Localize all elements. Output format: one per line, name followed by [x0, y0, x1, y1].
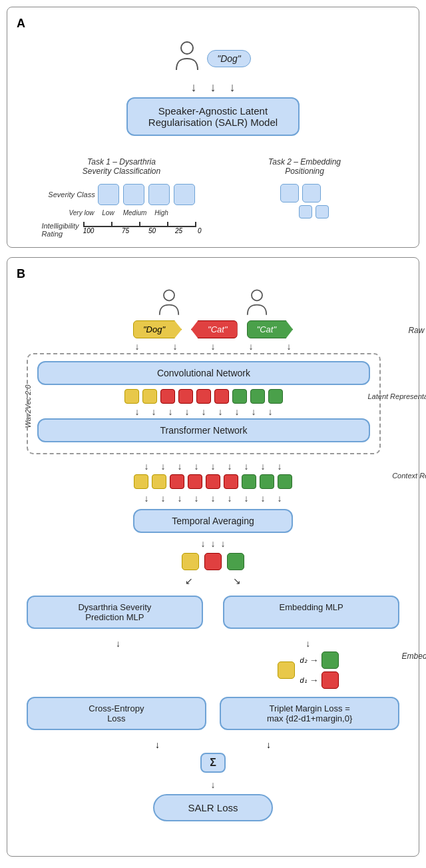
intell-label: Intelligibility Rating — [41, 222, 79, 238]
embed-row2 — [280, 205, 329, 218]
lat-sq-r1 — [160, 389, 175, 404]
emb-box-2 — [302, 184, 321, 203]
embed-sq-red — [321, 671, 339, 689]
cat-red-waveform: "Cat" — [191, 320, 237, 338]
d2-label: d₂ — [300, 656, 307, 665]
embeddings-label: Embeddings — [402, 651, 426, 661]
sigma-box: Σ — [200, 753, 226, 773]
person-b2 — [246, 289, 268, 318]
lat-sq-r3 — [196, 389, 211, 404]
arrows-from-temporal: ↓↓↓ — [201, 538, 226, 549]
lat-sq-g1 — [232, 389, 247, 404]
person-b1 — [158, 289, 180, 318]
ctx-sq-r3 — [206, 474, 220, 489]
sev-label-vlow: Very low — [69, 209, 95, 217]
arrows-latent-to-transformer: ↓↓↓↓↓↓↓↓↓ — [37, 406, 370, 417]
task2-column: Task 2 – Embedding Positioning — [213, 148, 396, 238]
sev-box-3 — [148, 184, 170, 205]
salr-loss-box: SALR Loss — [153, 794, 272, 821]
severity-level-labels: Very low Low Medium High — [69, 209, 174, 217]
transformer-network-box: Transformer Network — [37, 418, 370, 442]
embeddings-diagram: ↓ d₂ → d₁ — [216, 638, 399, 689]
sev-label-med: Medium — [122, 209, 148, 217]
context-row: ↓↓↓↓↓↓↓↓↓ Context Representations — [27, 460, 400, 492]
branch-boxes-row: Dysarthria Severity Prediction MLP Embed… — [27, 596, 400, 629]
svg-point-1 — [164, 290, 174, 300]
section-b-content: "Dog" "Cat" "Cat" Raw Waveform ↓ ↓ ↓ ↓ ↓… — [17, 285, 409, 821]
task2-label: Task 2 – Embedding Positioning — [268, 148, 341, 176]
lat-sq-r2 — [178, 389, 193, 404]
context-squares — [27, 474, 400, 489]
lat-sq-y1 — [124, 389, 139, 404]
lat-sq-g3 — [268, 389, 283, 404]
nl-0: 0 — [192, 227, 202, 234]
branch-arrows: ↙ ↘ — [185, 576, 241, 586]
ctx-sq-g1 — [242, 474, 256, 489]
latent-squares — [37, 389, 370, 404]
out-sq-red — [204, 553, 222, 570]
lat-sq-g2 — [250, 389, 265, 404]
task1-column: Task 1 – Dysarthria Severity Classificat… — [30, 148, 213, 238]
loss-row: Cross-Entropy Loss Triplet Margin Loss =… — [27, 697, 400, 730]
sev-box-2 — [123, 184, 144, 205]
ctx-sq-y1 — [134, 474, 148, 489]
severity-boxes — [98, 184, 195, 205]
d-arrows: d₂ → d₁ → — [300, 651, 339, 689]
section-a-label: A — [17, 17, 409, 31]
out-sq-yellow — [182, 553, 199, 570]
section-a-diagram: A "Dog" ↓ ↓ ↓ Speaker-Agnostic Latent Re… — [7, 7, 419, 248]
nl-50: 50 — [139, 227, 166, 234]
embeddings-visual-row: ↓ ↓ d₂ → — [27, 638, 400, 689]
dysarthria-mlp-box: Dysarthria Severity Prediction MLP — [27, 596, 203, 629]
ctx-sq-r4 — [224, 474, 238, 489]
wav2vec-wrapper: Wav2Vec 2.0 Convolutional Network — [27, 353, 400, 460]
arrow-a3: ↓ — [230, 81, 236, 95]
lat-sq-r4 — [214, 389, 229, 404]
section-a-content: "Dog" ↓ ↓ ↓ Speaker-Agnostic Latent Regu… — [17, 35, 409, 238]
severity-class-label: Severity Class — [48, 191, 95, 199]
d2-row: d₂ → — [300, 651, 339, 669]
waveforms-section: "Dog" "Cat" "Cat" Raw Waveform — [27, 320, 400, 338]
sev-box-4 — [174, 184, 195, 205]
left-arrow-down: ↓ — [27, 638, 210, 689]
sigma-section: ↓ ↓ Σ — [155, 739, 271, 775]
temporal-output-squares — [182, 553, 244, 570]
arrows-transformer-to-context: ↓↓↓↓↓↓↓↓↓ — [27, 461, 400, 472]
arrows-to-temporal: ↓↓↓↓↓↓↓↓↓ — [144, 493, 282, 504]
emb-box-1 — [280, 184, 299, 203]
salr-model-box: Speaker-Agnostic Latent Regularisation (… — [126, 97, 300, 136]
wav2vec-container: Convolutional Network Latent Rep — [27, 353, 381, 454]
ctx-sq-r1 — [170, 474, 184, 489]
speech-bubble-a: "Dog" — [207, 50, 251, 67]
nl-25: 25 — [166, 227, 192, 234]
arrow-a2: ↓ — [210, 81, 216, 95]
lat-sq-y2 — [142, 389, 157, 404]
d1-label: d₁ — [300, 676, 307, 685]
sev-label-high: High — [149, 209, 174, 217]
svg-point-0 — [181, 42, 193, 54]
latent-row: Latent Representations — [37, 389, 370, 404]
raw-waveform-label: Raw Waveform — [408, 326, 426, 335]
dog-waveform: "Dog" — [133, 320, 182, 338]
person-icon-a — [175, 41, 199, 75]
ctx-sq-r2 — [188, 474, 202, 489]
embed-yellow-row: d₂ → d₁ → — [278, 651, 339, 689]
person-speech-row: "Dog" — [175, 41, 251, 75]
task2-embed-boxes — [280, 184, 329, 218]
section-b-diagram: B "Dog" "Cat" "Cat" Raw Waveform ↓ ↓ ↓ ↓… — [7, 257, 419, 857]
cross-entropy-box: Cross-Entropy Loss — [27, 697, 206, 730]
nl-75: 75 — [112, 227, 139, 234]
sev-label-low: Low — [96, 209, 121, 217]
emb-box-sm-1 — [299, 205, 312, 218]
embedding-mlp-box: Embedding MLP — [223, 596, 399, 629]
triplet-loss-box: Triplet Margin Loss = max {d2-d1+margin,… — [220, 697, 399, 730]
temporal-averaging-box: Temporal Averaging — [133, 509, 293, 533]
latent-label: Latent Representations — [367, 392, 426, 400]
embed-items: d₂ → d₁ → — [278, 651, 339, 689]
cat-green-waveform: "Cat" — [247, 320, 293, 338]
arrows-to-conv: ↓ ↓ ↓ ↓ ↓ — [135, 341, 292, 352]
conv-network-box: Convolutional Network — [37, 361, 370, 385]
arrow-to-salr: ↓ — [211, 779, 216, 790]
embed-sq-yellow — [278, 661, 295, 679]
number-line: 100 75 50 25 0 — [83, 222, 202, 234]
